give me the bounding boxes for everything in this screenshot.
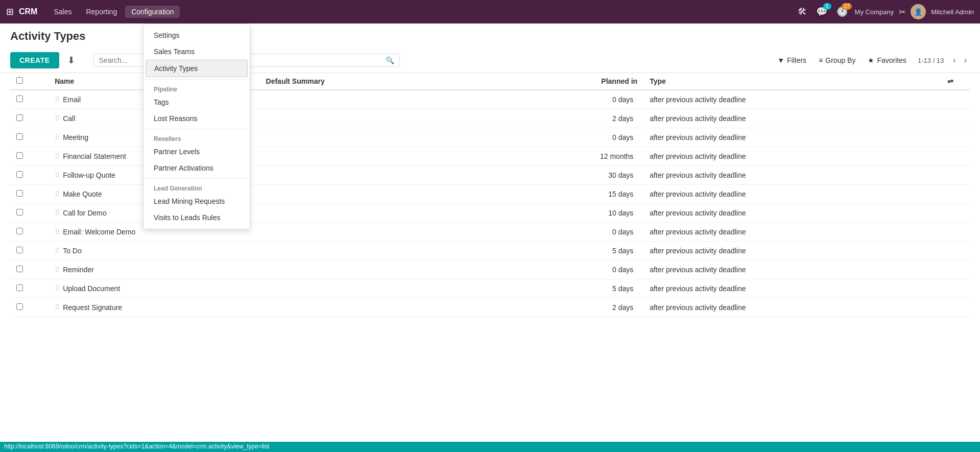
row-type: after previous activity deadline bbox=[643, 166, 931, 185]
menu-lead-mining[interactable]: Lead Mining Requests bbox=[144, 193, 250, 209]
menu-lost-reasons[interactable]: Lost Reasons bbox=[144, 110, 250, 127]
company-label[interactable]: My Company bbox=[855, 8, 894, 16]
menu-activity-types[interactable]: Activity Types bbox=[146, 60, 248, 77]
row-summary bbox=[260, 147, 452, 166]
row-type: after previous activity deadline bbox=[643, 279, 931, 298]
row-summary bbox=[260, 109, 452, 128]
nav-configuration[interactable]: Configuration bbox=[125, 6, 180, 18]
drag-handle-icon[interactable]: ⠿ bbox=[55, 152, 60, 160]
search-icon[interactable]: 🔍 bbox=[386, 56, 394, 64]
row-planned: 5 days bbox=[451, 242, 643, 260]
filters-label: Filters bbox=[787, 56, 806, 64]
username-label[interactable]: Mitchell Admin bbox=[931, 8, 974, 16]
row-checkbox[interactable] bbox=[16, 247, 23, 253]
row-checkbox[interactable] bbox=[16, 152, 23, 159]
row-type: after previous activity deadline bbox=[643, 185, 931, 204]
row-planned: 0 days bbox=[451, 128, 643, 147]
header-type: Type bbox=[643, 73, 931, 90]
row-checkbox-cell bbox=[10, 128, 49, 147]
support-icon[interactable]: 🛠 bbox=[796, 5, 809, 19]
status-bar: http://localhost:8069/odoo/crm/activity-… bbox=[0, 442, 980, 452]
brand-label[interactable]: CRM bbox=[19, 7, 37, 16]
row-name[interactable]: ⠿Request Signature bbox=[49, 298, 259, 317]
menu-settings[interactable]: Settings bbox=[144, 27, 250, 43]
row-checkbox[interactable] bbox=[16, 284, 23, 291]
settings-icon[interactable]: ✂ bbox=[899, 7, 905, 17]
row-checkbox[interactable] bbox=[16, 133, 23, 140]
table-row: ⠿Upload Document 5 days after previous a… bbox=[10, 279, 970, 298]
row-summary bbox=[260, 90, 452, 109]
row-checkbox-cell bbox=[10, 109, 49, 128]
table-row: ⠿Request Signature 2 days after previous… bbox=[10, 298, 970, 317]
row-name[interactable]: ⠿Upload Document bbox=[49, 279, 259, 298]
menu-partner-activations[interactable]: Partner Activations bbox=[144, 160, 250, 176]
section-lead-generation: Lead Generation bbox=[144, 181, 250, 193]
nav-sales[interactable]: Sales bbox=[47, 6, 78, 18]
chat-icon[interactable]: 💬 5 bbox=[814, 4, 829, 19]
drag-handle-icon[interactable]: ⠿ bbox=[55, 190, 60, 198]
groupby-button[interactable]: ≡ Group By bbox=[814, 53, 861, 67]
row-checkbox[interactable] bbox=[16, 96, 23, 102]
drag-handle-icon[interactable]: ⠿ bbox=[55, 266, 60, 274]
drag-handle-icon[interactable]: ⠿ bbox=[55, 133, 60, 141]
row-settings-cell bbox=[931, 298, 970, 317]
row-settings-cell bbox=[931, 147, 970, 166]
row-name[interactable]: ⠿To Do bbox=[49, 242, 259, 260]
clock-icon[interactable]: 🕐 27 bbox=[834, 4, 850, 19]
header-checkbox-col bbox=[10, 73, 49, 90]
row-summary bbox=[260, 185, 452, 204]
drag-handle-icon[interactable]: ⠿ bbox=[55, 209, 60, 217]
row-settings-cell bbox=[931, 128, 970, 147]
chat-badge: 5 bbox=[823, 3, 831, 10]
next-page-button[interactable]: › bbox=[961, 55, 970, 66]
filter-icon: ▼ bbox=[777, 56, 784, 64]
nav-reporting[interactable]: Reporting bbox=[80, 6, 123, 18]
groupby-icon: ≡ bbox=[819, 56, 823, 64]
menu-tags[interactable]: Tags bbox=[144, 94, 250, 110]
drag-handle-icon[interactable]: ⠿ bbox=[55, 114, 60, 123]
pagination-info: 1-13 / 13 bbox=[918, 57, 944, 64]
row-checkbox-cell bbox=[10, 279, 49, 298]
row-planned: 5 days bbox=[451, 279, 643, 298]
row-checkbox-cell bbox=[10, 90, 49, 109]
menu-partner-levels[interactable]: Partner Levels bbox=[144, 144, 250, 160]
row-checkbox[interactable] bbox=[16, 303, 23, 310]
drag-handle-icon[interactable]: ⠿ bbox=[55, 303, 60, 312]
row-checkbox-cell bbox=[10, 242, 49, 260]
header-planned: Planned in bbox=[451, 73, 643, 90]
download-button[interactable]: ⬇ bbox=[63, 53, 79, 68]
drag-handle-icon[interactable]: ⠿ bbox=[55, 96, 60, 104]
row-checkbox[interactable] bbox=[16, 114, 23, 121]
section-pipeline: Pipeline bbox=[144, 82, 250, 94]
row-settings-cell bbox=[931, 90, 970, 109]
column-settings-icon[interactable]: ⇌ bbox=[947, 77, 953, 85]
divider-pipeline bbox=[144, 79, 250, 80]
favorites-button[interactable]: ★ Favorites bbox=[863, 53, 912, 67]
row-checkbox-cell bbox=[10, 223, 49, 242]
drag-handle-icon[interactable]: ⠿ bbox=[55, 284, 60, 293]
menu-sales-teams[interactable]: Sales Teams bbox=[144, 43, 250, 60]
status-url: http://localhost:8069/odoo/crm/activity-… bbox=[4, 443, 270, 450]
row-summary bbox=[260, 166, 452, 185]
row-checkbox[interactable] bbox=[16, 171, 23, 178]
avatar[interactable]: 👤 bbox=[911, 4, 926, 19]
row-checkbox[interactable] bbox=[16, 228, 23, 234]
drag-handle-icon[interactable]: ⠿ bbox=[55, 247, 60, 255]
grid-icon[interactable]: ⊞ bbox=[6, 6, 14, 17]
row-summary bbox=[260, 279, 452, 298]
table-row: ⠿Reminder 0 days after previous activity… bbox=[10, 260, 970, 279]
row-name[interactable]: ⠿Reminder bbox=[49, 260, 259, 279]
row-checkbox[interactable] bbox=[16, 190, 23, 197]
drag-handle-icon[interactable]: ⠿ bbox=[55, 171, 60, 179]
filters-button[interactable]: ▼ Filters bbox=[772, 53, 811, 67]
row-checkbox[interactable] bbox=[16, 266, 23, 272]
prev-page-button[interactable]: ‹ bbox=[950, 55, 959, 66]
row-type: after previous activity deadline bbox=[643, 223, 931, 242]
menu-visits-leads[interactable]: Visits to Leads Rules bbox=[144, 209, 250, 226]
create-button[interactable]: CREATE bbox=[10, 52, 59, 68]
drag-handle-icon[interactable]: ⠿ bbox=[55, 228, 60, 236]
select-all-checkbox[interactable] bbox=[16, 77, 23, 84]
row-checkbox[interactable] bbox=[16, 209, 23, 216]
row-planned: 0 days bbox=[451, 223, 643, 242]
row-summary bbox=[260, 128, 452, 147]
